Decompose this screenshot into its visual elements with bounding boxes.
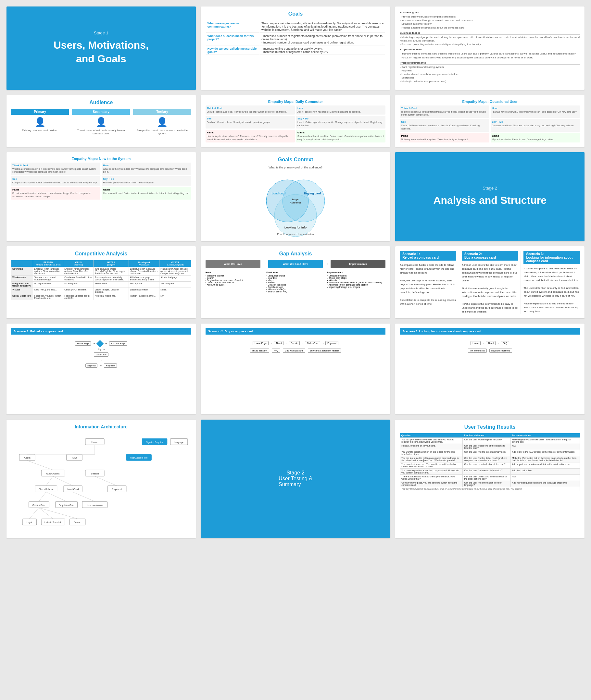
gap-have: What We Have bbox=[206, 260, 260, 268]
goals-q1-answer: The compass website is useful, efficient… bbox=[260, 21, 385, 33]
comp-presto-strengths: English/French language options. Clear i… bbox=[33, 267, 63, 275]
comp-presto-integration: No separate site. bbox=[33, 281, 63, 288]
gap-details: Have: • Welcome banner• Search• Registra… bbox=[206, 271, 386, 293]
results-row1: You just purchased a compass card and yo… bbox=[400, 438, 580, 444]
flow1-payment: Payment bbox=[104, 364, 117, 368]
info-arch-card: Information Architecture Home Sign in / … bbox=[6, 419, 196, 538]
svg-text:Links to Translink: Links to Translink bbox=[45, 521, 62, 524]
em-new-hear: Hear What does the system look like? Wha… bbox=[102, 163, 191, 175]
gap-arrows: What We Have → What We Don't Have → Impr… bbox=[206, 260, 386, 268]
scenario2-title: Scenario 2:Buy a compass card bbox=[462, 251, 518, 260]
ia-title: Information Architecture bbox=[11, 424, 191, 430]
em-think: Think & Feel Should I set up auto-load? … bbox=[206, 105, 295, 115]
results-row9: You say this question was created by 'Du… bbox=[400, 487, 580, 491]
svg-text:Do to User Account: Do to User Account bbox=[87, 504, 103, 506]
empathy-new-card: Empathy Maps: New to the System Think & … bbox=[6, 152, 196, 241]
flow1-row2: Load Card bbox=[94, 353, 109, 357]
pains-gains: Pains How to stay in informed access? Pa… bbox=[206, 130, 386, 143]
scenario-flow2-card: Scenario 2: Buy a compass card Home Page… bbox=[201, 323, 390, 414]
gap-dont-list: Don't Have: • Language choice• Board lis… bbox=[266, 271, 325, 293]
project-objectives-section: Project objectives - Improve existing co… bbox=[400, 48, 580, 59]
comp-oystr-strengths: Plain search. User can use as can view, … bbox=[159, 267, 191, 275]
comp-strengths-label: Strengths bbox=[11, 267, 33, 275]
em-occ-say: Say + Do Compass card is ok. Numbers on … bbox=[491, 119, 580, 132]
main-grid: Stage 1 Users, Motivations,and Goals Goa… bbox=[6, 6, 585, 538]
occ-pains: Pains Not easy to understand the system.… bbox=[400, 133, 489, 143]
occ-pains-gains: Pains Not easy to understand the system.… bbox=[400, 133, 580, 143]
gap-improve-list: Improvements: • Language options• Those … bbox=[327, 271, 386, 293]
project-objectives-header: Project objectives bbox=[400, 48, 580, 51]
results-row2: Reload 10 tokens on to your card. Can th… bbox=[400, 444, 580, 450]
comp-visuals-label: Visuals bbox=[11, 288, 33, 294]
flow2-ordercard: Order Card bbox=[305, 341, 320, 345]
occ-gains: Gains My card was faster. Easier to use.… bbox=[491, 133, 580, 143]
scenario2-overview: Scenario 2:Buy a compass card A transit … bbox=[462, 251, 521, 314]
comp-dn-integration: No separate. bbox=[129, 281, 159, 288]
flow1-diagram: Home Page → → Account Page Sign In Load … bbox=[11, 338, 191, 371]
venn-svg: Load card Buying card Looking for info T… bbox=[250, 172, 341, 237]
audience-tertiary: Tertiary 👤 Prospective transit users who… bbox=[133, 109, 191, 136]
project-requirements-header: Project requirements bbox=[400, 61, 580, 65]
flow2-translink: link to translink bbox=[250, 348, 269, 353]
svg-text:Search: Search bbox=[91, 472, 99, 475]
flow3-faq: FAQ bbox=[501, 341, 509, 345]
comp-th-oystr: OYSTR(London, England) bbox=[159, 260, 191, 267]
flow2-map: Map with locations bbox=[283, 348, 306, 353]
results-row6: You have a question about the compass ca… bbox=[400, 468, 580, 474]
results-row3: You want to select a station on the to l… bbox=[400, 450, 580, 456]
empathy-occasional-title: Empathy Maps: Occasional User bbox=[400, 100, 580, 103]
business-tactics-header: Business tactics bbox=[400, 31, 580, 35]
flow2-home: Home Page bbox=[253, 341, 269, 345]
audience-card: Audience Primary 👤 Existing compass card… bbox=[6, 95, 196, 147]
primary-label: Primary bbox=[11, 109, 69, 115]
svg-text:Load card: Load card bbox=[271, 192, 285, 195]
flow3-map: Map with locations bbox=[489, 348, 512, 353]
goals-q2-label: What does success mean for this project? bbox=[206, 33, 260, 46]
comp-hstra-weaknesses: Too many items, potentially confusing fo… bbox=[93, 275, 129, 281]
em-new-think: Think & Feel What is a compass card? Is … bbox=[11, 163, 100, 175]
svg-text:Looking for info: Looking for info bbox=[284, 226, 307, 229]
user-testing-card: User Testing Results Question Problem st… bbox=[395, 419, 585, 538]
empathy-daily-title: Empathy Maps: Daily Commuter bbox=[206, 100, 386, 103]
stage1-card: Stage 1 Users, Motivations,and Goals bbox=[6, 6, 196, 90]
comp-th-presto: PRESTO(Ontario & Hamilton & GTA) bbox=[33, 260, 63, 267]
results-row8: Going from the page, you are asked to sw… bbox=[400, 481, 580, 487]
svg-line-53 bbox=[73, 492, 95, 501]
flow1-home: Home Page bbox=[75, 341, 91, 345]
flow1-row3: ↓ bbox=[100, 359, 102, 362]
comp-presto-weaknesses: Too much text to read. Outdated design. bbox=[33, 275, 63, 281]
gap-arrow1: → bbox=[262, 261, 267, 267]
comp-hstra-visuals: Larger images. Links for example. bbox=[93, 288, 129, 294]
svg-text:Register a Card: Register a Card bbox=[59, 504, 74, 506]
results-th-problem: Problem statement bbox=[463, 433, 511, 438]
competitive-card: Competitive Analysis PRESTO(Ontario & Ha… bbox=[6, 246, 196, 318]
gains-box: Gains Saves cards at transit machine. Fa… bbox=[296, 130, 385, 143]
user-testing-title: User Testing Results bbox=[400, 424, 580, 430]
comp-table: PRESTO(Ontario & Hamilton & GTA) OPUS(Mo… bbox=[11, 260, 191, 300]
project-requirements-section: Project requirements - Card registration… bbox=[400, 61, 580, 83]
svg-text:Sign in / Register: Sign in / Register bbox=[146, 441, 163, 444]
flow3-title: Scenario 3: Looking for information abou… bbox=[400, 328, 580, 334]
stage2-label: Stage 2 bbox=[482, 185, 497, 190]
svg-text:Home: Home bbox=[91, 441, 98, 444]
empathy-daily-card: Empathy Maps: Daily Commuter Think & Fee… bbox=[201, 95, 390, 147]
comp-oystr-visuals: None. bbox=[159, 288, 191, 294]
svg-text:Legal: Legal bbox=[26, 521, 32, 524]
svg-text:Contact: Contact bbox=[74, 521, 81, 524]
scenario-flow1-card: Scenario 1: Reload a compass card Home P… bbox=[6, 323, 196, 414]
flow2-payment: Payment bbox=[325, 341, 338, 345]
secondary-label: Secondary bbox=[72, 109, 130, 115]
goals-q2-answer: - Increased number of registrants loadin… bbox=[260, 33, 385, 46]
svg-text:User Account Info: User Account Info bbox=[130, 457, 148, 459]
goals-context-title: Goals Context bbox=[206, 157, 386, 163]
pains-box: Pains How to stay in informed access? Pa… bbox=[206, 130, 295, 143]
gap-analysis-card: Gap Analysis What We Have → What We Don'… bbox=[201, 246, 390, 318]
flow3-extra: link to translink Map with locations bbox=[403, 348, 577, 353]
em-new-say: Say + Do How do I get my discount? Think… bbox=[102, 176, 191, 185]
svg-line-54 bbox=[29, 508, 39, 519]
svg-line-48 bbox=[46, 476, 53, 485]
goals-main-title: Goals bbox=[206, 11, 386, 17]
stage2-testing-card: Stage 2 User Testing &Summary bbox=[201, 419, 390, 538]
comp-hstra-social: No social media info. bbox=[93, 294, 129, 300]
business-goals-header: Business goals bbox=[400, 11, 580, 14]
